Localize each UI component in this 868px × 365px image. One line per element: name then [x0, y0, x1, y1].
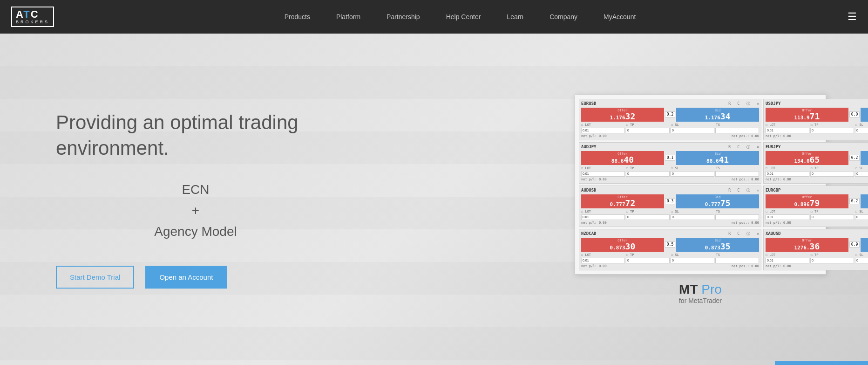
- buy-price-box[interactable]: Bid 1276.45: [861, 238, 868, 252]
- offer-label: Offer: [767, 195, 847, 199]
- ts-input[interactable]: [715, 128, 759, 133]
- currency-pair: EURUSD: [581, 101, 597, 106]
- hero-buttons: Start Demo Trial Open an Account: [56, 266, 335, 289]
- ts-label: TS: [716, 123, 760, 127]
- ts-input[interactable]: [715, 171, 759, 177]
- offer-label: Offer: [583, 152, 662, 156]
- card-controls[interactable]: R C ⓘ ✕: [728, 145, 759, 150]
- tp-input[interactable]: [626, 258, 670, 263]
- card-controls[interactable]: R C ⓘ ✕: [728, 101, 759, 106]
- tp-input[interactable]: [626, 171, 670, 177]
- mt-net: net p/l: 0.00 net pos.: 0.00: [766, 264, 868, 268]
- sl-input[interactable]: [671, 258, 714, 263]
- net-pnl: net p/l: 0.00: [766, 221, 791, 225]
- offer-label: Offer: [583, 239, 662, 242]
- mt-card-header: XAUUSD R C ⓘ ✕: [766, 231, 868, 236]
- buy-price-box[interactable]: Bid 0.89679: [861, 194, 868, 208]
- mt-grid: EURUSD R C ⓘ ✕ Offer 1.17632 0.2 Bid 1.1…: [579, 99, 822, 270]
- buy-price: 134.067: [862, 156, 868, 164]
- sell-big: 0.896: [794, 201, 809, 207]
- mt-net: net p/l: 0.00 net pos.: 0.00: [581, 134, 759, 138]
- mt-row-labels: ☐ LOT ☐ TP ☐ SL TS: [766, 253, 868, 257]
- buy-price-box[interactable]: Bid 1.17634: [676, 108, 759, 122]
- tp-input[interactable]: [810, 214, 854, 220]
- tp-input[interactable]: [626, 128, 670, 133]
- buy-small: 35: [720, 241, 731, 251]
- sl-input[interactable]: [855, 171, 868, 177]
- lot-input[interactable]: [766, 171, 809, 177]
- tp-label: ☐ TP: [626, 253, 670, 257]
- ts-input[interactable]: [715, 258, 759, 263]
- sl-input[interactable]: [855, 128, 868, 133]
- nav-item-partnership[interactable]: Partnership: [373, 0, 433, 34]
- ts-label: TS: [716, 210, 760, 213]
- sell-price-box[interactable]: Offer 0.87330: [581, 238, 664, 252]
- tp-input[interactable]: [810, 171, 854, 177]
- card-controls[interactable]: R C ⓘ ✕: [728, 231, 759, 236]
- buy-price-box[interactable]: Bid 0.77775: [676, 194, 759, 208]
- logo-area[interactable]: ATC BROKERS: [11, 7, 54, 27]
- mt-prices: Offer 1276.36 0.9 Bid 1276.45: [766, 238, 868, 252]
- lot-label: ☐ LOT: [766, 166, 809, 170]
- lot-input[interactable]: [581, 258, 625, 263]
- nav-item-platform[interactable]: Platform: [323, 0, 373, 34]
- nav-item-helpcenter[interactable]: Help Center: [433, 0, 494, 34]
- tp-input[interactable]: [810, 128, 854, 133]
- lot-input[interactable]: [766, 214, 809, 220]
- lot-input[interactable]: [766, 128, 809, 133]
- sl-label: ☐ SL: [855, 210, 868, 213]
- sell-price-box[interactable]: Offer 88.640: [581, 151, 664, 165]
- sell-price-box[interactable]: Offer 1.17632: [581, 108, 664, 122]
- sl-label: ☐ SL: [671, 166, 714, 170]
- ts-input[interactable]: [715, 214, 759, 220]
- sl-input[interactable]: [671, 214, 714, 220]
- currency-pair: AUDUSD: [581, 188, 597, 193]
- sell-price-box[interactable]: Offer 113.971: [766, 108, 848, 122]
- sell-price-box[interactable]: Offer 0.77772: [581, 194, 664, 208]
- nav-item-products[interactable]: Products: [271, 0, 323, 34]
- tp-input[interactable]: [626, 214, 670, 220]
- bottom-accent-bar: [775, 361, 868, 365]
- sell-small: 72: [625, 198, 636, 208]
- sell-price-box[interactable]: Offer 134.065: [766, 151, 848, 165]
- net-pnl: net p/l: 0.00: [766, 178, 791, 181]
- sell-price-box[interactable]: Offer 0.89679: [766, 194, 848, 208]
- mt-card-audjpy: AUDJPY R C ⓘ ✕ Offer 88.640 0.1 Bid 88.6…: [579, 142, 761, 184]
- lot-input[interactable]: [581, 171, 625, 177]
- spread-box: 0.2: [665, 111, 675, 117]
- buy-price-box[interactable]: Bid 0.87335: [676, 238, 759, 252]
- spread-box: 0.5: [665, 241, 675, 248]
- offer-label: Offer: [767, 152, 847, 156]
- sell-price: 0.87330: [583, 242, 662, 251]
- buy-price: 88.641: [678, 156, 757, 164]
- start-demo-button[interactable]: Start Demo Trial: [56, 266, 134, 289]
- nav-item-myaccount[interactable]: MyAccount: [590, 0, 649, 34]
- sl-label: ☐ SL: [671, 210, 714, 213]
- mt-net: net p/l: 0.00 net pos.: 0.00: [581, 221, 759, 225]
- sell-price-box[interactable]: Offer 1276.36: [766, 238, 848, 252]
- card-controls[interactable]: R C ⓘ ✕: [728, 188, 759, 193]
- buy-price-box[interactable]: Bid 88.641: [676, 151, 759, 165]
- buy-price-box[interactable]: Bid 134.067: [861, 151, 868, 165]
- sell-price: 113.971: [767, 112, 847, 121]
- tp-input[interactable]: [810, 258, 854, 263]
- currency-pair: USDJPY: [766, 101, 781, 106]
- lot-input[interactable]: [766, 258, 809, 263]
- sell-big: 88.6: [611, 158, 624, 164]
- sl-input[interactable]: [855, 258, 868, 263]
- open-account-button[interactable]: Open an Account: [145, 266, 227, 289]
- sl-input[interactable]: [671, 171, 714, 177]
- hero-title: Providing an optimal trading environment…: [56, 110, 335, 161]
- net-pnl: net p/l: 0.00: [581, 264, 607, 268]
- net-pnl: net p/l: 0.00: [766, 134, 791, 138]
- nav-item-learn[interactable]: Learn: [494, 0, 536, 34]
- sl-input[interactable]: [671, 128, 714, 133]
- lot-input[interactable]: [581, 214, 625, 220]
- sell-big: 1.176: [610, 115, 625, 121]
- spread-box: 0.2: [849, 198, 860, 204]
- lot-input[interactable]: [581, 128, 625, 133]
- nav-item-company[interactable]: Company: [536, 0, 590, 34]
- buy-price-box[interactable]: Bid 113.971: [861, 108, 868, 122]
- hamburger-icon[interactable]: ☰: [848, 11, 857, 23]
- sl-input[interactable]: [855, 214, 868, 220]
